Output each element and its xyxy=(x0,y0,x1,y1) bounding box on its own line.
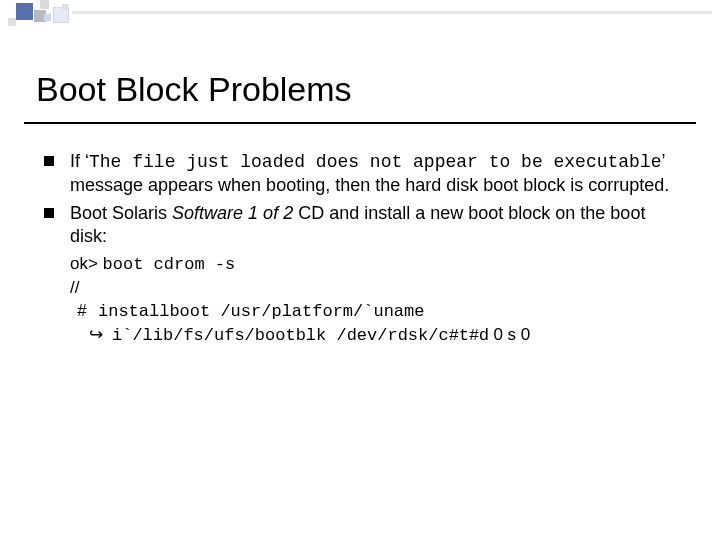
bullet-list: If ‘The file just loaded does not appear… xyxy=(42,150,680,247)
bullet-item: If ‘The file just loaded does not appear… xyxy=(42,150,680,196)
code-line: ok> boot cdrom -s xyxy=(70,253,680,277)
decor-square xyxy=(8,18,16,26)
slide: Boot Block Problems If ‘The file just lo… xyxy=(0,0,720,540)
slide-body: If ‘The file just loaded does not appear… xyxy=(42,150,680,348)
decor-square xyxy=(16,3,33,20)
bullet-text: If ‘The file just loaded does not appear… xyxy=(70,151,669,195)
hash-marker: # xyxy=(70,300,94,323)
decor-square xyxy=(62,4,68,10)
code-line: #installboot /usr/platform/`uname xyxy=(70,300,680,324)
code-block: ok> boot cdrom -s // #installboot /usr/p… xyxy=(70,253,680,348)
bullet-text: Boot Solaris Software 1 of 2 CD and inst… xyxy=(70,203,645,246)
decor-line xyxy=(72,11,712,14)
decor-square xyxy=(44,14,51,21)
top-decor-bar xyxy=(0,0,720,34)
title-divider xyxy=(24,122,696,124)
decor-square xyxy=(40,0,49,9)
slide-title: Boot Block Problems xyxy=(36,70,352,109)
bullet-item: Boot Solaris Software 1 of 2 CD and inst… xyxy=(42,202,680,247)
continuation-arrow-icon: ↪ xyxy=(84,324,108,347)
code-line: // xyxy=(70,277,680,300)
decor-square xyxy=(54,8,68,22)
code-line: ↪i`/lib/fs/ufs/bootblk /dev/rdsk/c#t#d 0… xyxy=(70,324,680,348)
